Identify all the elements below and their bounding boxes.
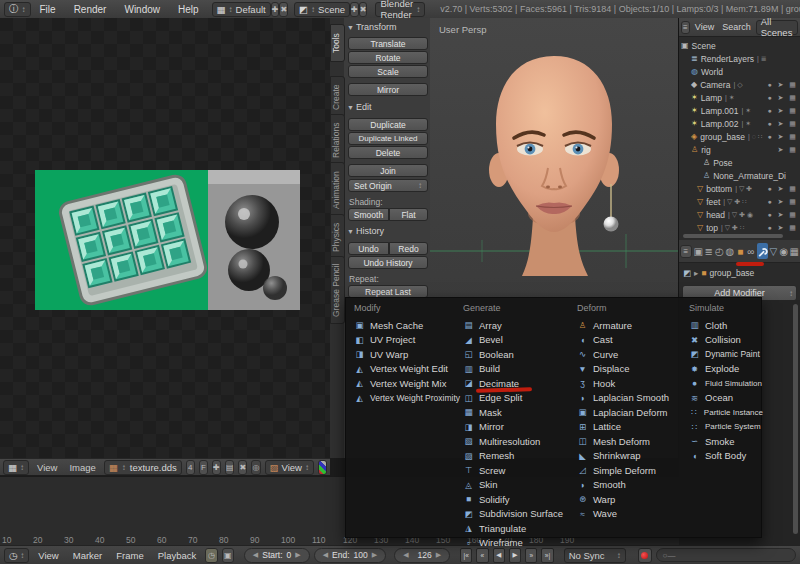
end-frame-field[interactable]: ◀ End: 100 ▶ <box>314 548 386 563</box>
outliner-row-lamp001[interactable]: ✶Lamp.001| ✶● ➤ ▦ <box>681 104 800 117</box>
scene-close-button[interactable]: ✖ <box>359 2 368 17</box>
outliner-row-head[interactable]: ▽head| ▽ ✚ ◉● ➤ ▦ <box>681 208 800 221</box>
outliner-row-rig[interactable]: ♙rig➤ ▦ <box>681 143 800 156</box>
shade-smooth-button[interactable]: Smooth <box>348 208 389 221</box>
tab-render-layers-icon[interactable]: ≣ <box>704 246 714 257</box>
outliner-row-scene[interactable]: ▣Scene <box>681 39 800 52</box>
keying-set-field[interactable]: ○— <box>656 548 796 562</box>
rotate-button[interactable]: Rotate <box>348 51 428 64</box>
render-engine-selector[interactable]: Blender Render ↕ <box>375 2 425 17</box>
menu-item-hook[interactable]: ʒHook <box>577 376 689 391</box>
menu-item-mesh-deform[interactable]: ◫Mesh Deform <box>577 434 689 449</box>
display-mode-selector[interactable]: ▨ View ↕ <box>265 460 314 475</box>
timeline-menu-frame[interactable]: Frame <box>111 550 148 561</box>
unlink-image-button[interactable]: ✖ <box>238 460 247 475</box>
fake-user-button[interactable]: F <box>199 460 208 475</box>
outliner-row-camera[interactable]: ◆Camera| ◇● ➤ ▦ <box>681 78 800 91</box>
scene-selector[interactable]: ◩ ↕ Scene <box>294 2 350 17</box>
menu-item-wave[interactable]: ≈Wave <box>577 507 689 522</box>
menu-item-shrinkwrap[interactable]: ◣Shrinkwrap <box>577 449 689 464</box>
menu-item-remesh[interactable]: ▨Remesh <box>463 449 577 464</box>
undo-history-button[interactable]: Undo History <box>348 256 428 269</box>
draw-channels-icon[interactable] <box>318 460 327 475</box>
menu-item-solidify[interactable]: ■Solidify <box>463 492 577 507</box>
tab-world-icon[interactable]: ◍ <box>725 246 735 257</box>
horizontal-scrollbar[interactable] <box>683 234 783 238</box>
menu-item-fluid-simulation[interactable]: ●Fluid Simulation <box>689 376 763 391</box>
tab-data-icon[interactable]: ▽ <box>769 246 779 257</box>
menu-item-mask[interactable]: ▦Mask <box>463 405 577 420</box>
restrict-toggles[interactable]: ➤ ▦ <box>778 146 800 154</box>
time-indicator-icon[interactable]: ◷ <box>205 548 217 563</box>
menu-item-triangulate[interactable]: ◮Triangulate <box>463 521 577 536</box>
arrow-right-icon[interactable]: ▶ <box>295 551 300 559</box>
outliner-row-group-base[interactable]: ◈group_base| ◌ ∷● ➤ ▦ <box>681 130 800 143</box>
menu-item-screw[interactable]: ⊤Screw <box>463 463 577 478</box>
outliner-row-lamp[interactable]: ✶Lamp| ✶● ➤ ▦ <box>681 91 800 104</box>
outliner-row-feet[interactable]: ▽feet| ▽ ✚ ∷● ➤ ▦ <box>681 195 800 208</box>
tab-grease-pencil[interactable]: Grease Pencil <box>330 256 345 324</box>
menu-item-cloth[interactable]: ▥Cloth <box>689 318 763 333</box>
tab-render-icon[interactable]: ▣ <box>694 246 704 257</box>
tab-physics[interactable]: Physics <box>330 214 345 260</box>
menu-item-wireframe[interactable]: ▫Wireframe <box>463 536 577 551</box>
shade-flat-button[interactable]: Flat <box>389 208 428 221</box>
menu-item-subdivision-surface[interactable]: ◩Subdivision Surface <box>463 507 577 522</box>
pin-icon[interactable]: ◎ <box>251 460 260 475</box>
layout-close-button[interactable]: ✖ <box>279 2 288 17</box>
arrow-left-icon[interactable]: ◀ <box>253 551 258 559</box>
tab-texture-icon[interactable]: ▦ <box>790 246 800 257</box>
scale-button[interactable]: Scale <box>348 65 428 78</box>
menu-item-uv-warp[interactable]: ◨UV Warp <box>354 347 463 362</box>
menu-item-ocean[interactable]: ≋Ocean <box>689 391 763 406</box>
translate-button[interactable]: Translate <box>348 37 428 50</box>
tab-modifiers-wrench-icon[interactable] <box>757 243 768 259</box>
panel-history-header[interactable]: ▼History <box>347 226 384 236</box>
restrict-toggles[interactable]: ● ➤ ▦ <box>767 81 800 89</box>
editor-type-selector[interactable]: ◷ ↕ <box>4 548 29 563</box>
menu-file[interactable]: File <box>31 4 65 15</box>
layout-add-button[interactable]: ✚ <box>271 2 280 17</box>
outliner-menu-search[interactable]: Search <box>719 22 754 32</box>
menu-item-explode[interactable]: ✸Explode <box>689 362 763 377</box>
uv-menu-image[interactable]: Image <box>65 462 99 473</box>
tab-tools[interactable]: Tools <box>330 24 345 62</box>
tab-scene-icon[interactable]: ◴ <box>715 246 725 257</box>
uv-image-editor-canvas[interactable] <box>0 18 331 458</box>
menu-item-displace[interactable]: ▼Displace <box>577 362 689 377</box>
tab-constraints-icon[interactable]: ∞ <box>746 246 756 257</box>
menu-item-lattice[interactable]: ⊞Lattice <box>577 420 689 435</box>
restrict-toggles[interactable]: ● ➤ ▦ <box>767 185 800 193</box>
outliner-menu-view[interactable]: View <box>692 22 717 32</box>
menu-item-simple-deform[interactable]: ◿Simple Deform <box>577 463 689 478</box>
restrict-toggles[interactable]: ● ➤ ▦ <box>767 211 800 219</box>
menu-item-laplacian-smooth[interactable]: ◗Laplacian Smooth <box>577 391 689 406</box>
tab-animation[interactable]: Animation <box>330 162 345 218</box>
display-filter-dropdown[interactable]: All Scenes <box>756 20 798 35</box>
menu-item-dynamic-paint[interactable]: ◩Dynamic Paint <box>689 347 763 362</box>
menu-item-edge-split[interactable]: ◫Edge Split <box>463 391 577 406</box>
duplicate-button[interactable]: Duplicate <box>348 118 428 131</box>
menu-item-smoke[interactable]: ∽Smoke <box>689 434 763 449</box>
uv-menu-view[interactable]: View <box>33 462 61 473</box>
set-origin-dropdown[interactable]: Set Origin↕ <box>348 179 428 192</box>
menu-item-smooth[interactable]: ◗Smooth <box>577 478 689 493</box>
mirror-button[interactable]: Mirror <box>348 83 428 96</box>
start-frame-field[interactable]: ◀ Start: 0 ▶ <box>244 548 310 563</box>
menu-item-bevel[interactable]: ◢Bevel <box>463 333 577 348</box>
scene-add-button[interactable]: ✚ <box>350 2 359 17</box>
delete-button[interactable]: Delete <box>348 146 428 159</box>
panel-transform-header[interactable]: ▼Transform <box>347 22 397 32</box>
editor-type-selector[interactable]: ≡ <box>680 245 692 258</box>
menu-item-particle-instance[interactable]: ∷Particle Instance <box>689 405 763 420</box>
menu-item-vertex-weight-edit[interactable]: ◭Vertex Weight Edit <box>354 362 463 377</box>
outliner-row-renderlayers[interactable]: ≣RenderLayers| ≣ <box>681 52 800 65</box>
undo-button[interactable]: Undo <box>348 242 389 255</box>
editor-type-selector[interactable]: ⓘ ↕ <box>4 2 31 17</box>
menu-item-particle-system[interactable]: ∷Particle System <box>689 420 763 435</box>
current-frame-field[interactable]: ◀ 126 ▶ <box>394 548 450 563</box>
menu-item-uv-project[interactable]: ◧UV Project <box>354 333 463 348</box>
menu-help[interactable]: Help <box>169 4 208 15</box>
tab-object-icon[interactable]: ■ <box>736 246 746 257</box>
tab-relations[interactable]: Relations <box>330 114 345 166</box>
